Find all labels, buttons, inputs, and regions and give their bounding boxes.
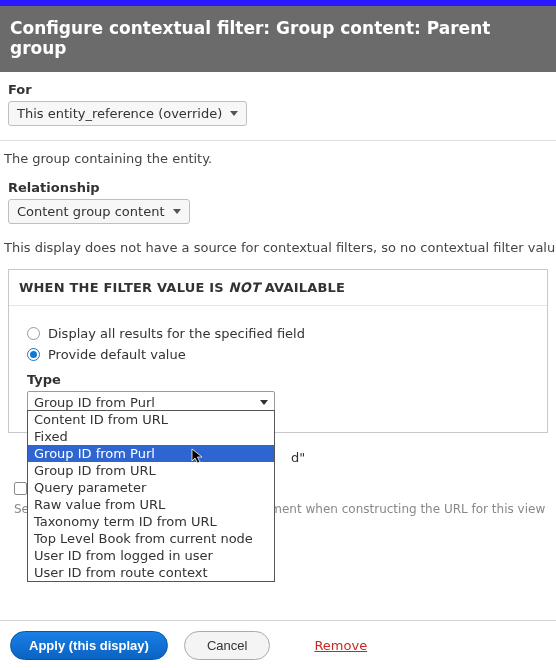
type-option[interactable]: Group ID from URL <box>28 462 274 479</box>
relationship-label: Relationship <box>8 180 548 195</box>
legend-pre: WHEN THE FILTER VALUE IS <box>19 280 229 295</box>
type-option[interactable]: Taxonomy term ID from URL <box>28 513 274 530</box>
radio-display-all[interactable]: Display all results for the specified fi… <box>27 326 529 341</box>
relationship-section: Relationship Content group content <box>0 166 556 224</box>
chevron-down-icon <box>260 400 268 405</box>
checkbox-icon <box>14 482 27 495</box>
type-option[interactable]: Content ID from URL <box>28 411 274 428</box>
type-option[interactable]: Top Level Book from current node <box>28 530 274 547</box>
entity-description: The group containing the entity. <box>0 141 556 166</box>
cancel-button[interactable]: Cancel <box>184 631 270 660</box>
chevron-down-icon <box>230 111 238 116</box>
type-dropdown[interactable]: Content ID from URL Fixed Group ID from … <box>27 410 275 582</box>
display-note: This display does not have a source for … <box>0 224 556 255</box>
type-area: Type Group ID from Purl d" Content ID fr… <box>27 372 529 414</box>
type-label: Type <box>27 372 529 387</box>
chevron-down-icon <box>173 209 181 214</box>
relationship-select-value: Content group content <box>17 204 165 219</box>
cursor-icon <box>191 448 205 466</box>
type-option[interactable]: User ID from logged in user <box>28 547 274 564</box>
dialog-footer: Apply (this display) Cancel Remove <box>0 620 556 660</box>
fieldset-body: Display all results for the specified fi… <box>9 306 547 432</box>
radio-display-all-label: Display all results for the specified fi… <box>48 326 305 341</box>
legend-em: NOT <box>229 280 260 295</box>
dialog-title: Configure contextual filter: Group conte… <box>10 18 490 58</box>
obscured-text-fragment: d" <box>291 450 305 465</box>
for-label: For <box>8 82 548 97</box>
radio-icon-checked <box>27 348 40 361</box>
fieldset-legend: WHEN THE FILTER VALUE IS NOT AVAILABLE <box>9 270 547 306</box>
for-select-value: This entity_reference (override) <box>17 106 222 121</box>
relationship-select[interactable]: Content group content <box>8 199 190 224</box>
type-option[interactable]: Fixed <box>28 428 274 445</box>
remove-link[interactable]: Remove <box>314 638 367 653</box>
filter-not-available-fieldset: WHEN THE FILTER VALUE IS NOT AVAILABLE D… <box>8 269 548 433</box>
for-select[interactable]: This entity_reference (override) <box>8 101 247 126</box>
for-section: For This entity_reference (override) <box>0 72 556 126</box>
radio-provide-default[interactable]: Provide default value <box>27 347 529 362</box>
radio-provide-default-label: Provide default value <box>48 347 186 362</box>
apply-button[interactable]: Apply (this display) <box>10 631 168 660</box>
legend-post: AVAILABLE <box>260 280 345 295</box>
type-option[interactable]: User ID from route context <box>28 564 274 581</box>
type-option[interactable]: Query parameter <box>28 479 274 496</box>
radio-icon <box>27 327 40 340</box>
type-option-highlighted[interactable]: Group ID from Purl <box>28 445 274 462</box>
type-select-value: Group ID from Purl <box>34 395 155 410</box>
type-option[interactable]: Raw value from URL <box>28 496 274 513</box>
dialog-header: Configure contextual filter: Group conte… <box>0 6 556 72</box>
